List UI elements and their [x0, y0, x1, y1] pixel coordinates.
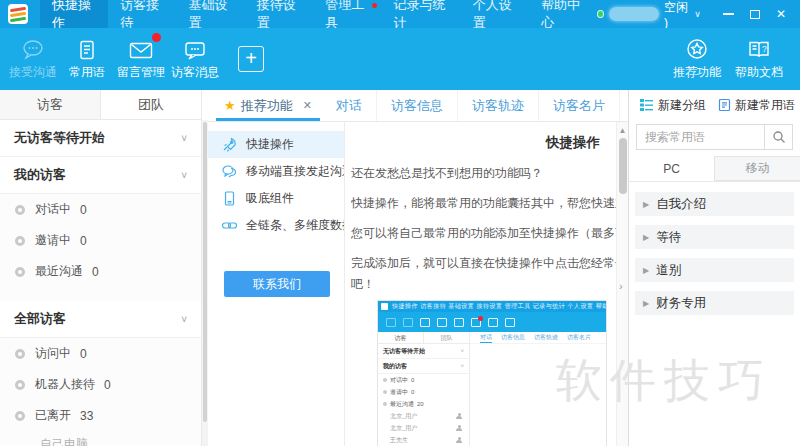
mini-person-icon — [456, 413, 462, 419]
contact-us-button[interactable]: 联系我们 — [224, 271, 330, 297]
maximize-icon[interactable] — [750, 10, 760, 19]
sidebar-item-visiting[interactable]: 访问中 0 — [0, 338, 201, 369]
menu-personal-settings[interactable]: 个人设置 — [461, 0, 529, 28]
chain-link-icon — [221, 217, 238, 234]
star-circle-icon — [685, 37, 709, 61]
status-dot-icon — [15, 349, 25, 359]
chevron-right-icon: ▶ — [643, 266, 649, 275]
document-icon — [76, 37, 98, 61]
document-tabs: ★ 推荐功能 ✕ 对话 访客信息 访客轨迹 访客名片 历史对话 — [208, 90, 628, 122]
tab-history[interactable]: 历史对话 — [619, 90, 628, 121]
rocket-icon — [221, 136, 238, 153]
count: 0 — [80, 234, 87, 248]
count: 0 — [80, 347, 87, 361]
count: 0 — [80, 203, 87, 217]
menu-quick-actions[interactable]: 快捷操作 — [40, 0, 108, 28]
new-group-button[interactable]: 新建分组 — [639, 97, 706, 114]
agent-name-redacted — [609, 7, 659, 21]
status-chevron-icon: ∨ — [694, 9, 701, 19]
sidebar-item-chatting[interactable]: 对话中 0 — [0, 194, 201, 225]
unread-badge — [152, 33, 161, 42]
add-toolbar-item-button[interactable]: + — [238, 46, 264, 72]
sidebar-item-inviting[interactable]: 邀请中 0 — [0, 225, 201, 256]
minimize-icon[interactable] — [723, 13, 734, 15]
message-manage-button[interactable]: 留言管理 — [114, 37, 168, 81]
tab-mobile[interactable]: 移动 — [714, 156, 800, 181]
scrollbar-thumb[interactable] — [203, 122, 207, 422]
agent-status[interactable]: 空闲 ) ∨ — [597, 0, 701, 30]
search-button[interactable] — [764, 125, 792, 149]
tab-visitor-trail[interactable]: 访客轨迹 — [457, 90, 538, 121]
feature-data-analysis[interactable]: 全链条、多维度数据分析 — [208, 212, 344, 239]
chevron-down-icon: ˅ — [181, 133, 187, 144]
top-menu-bar: 快捷操作 访客接待 基础设置 接待设置 管理工具 记录与统计 个人设置 帮助中心… — [0, 0, 800, 28]
new-phrase-button[interactable]: 新建常用语 — [718, 97, 795, 114]
common-phrases-button[interactable]: 常用语 — [60, 37, 114, 81]
mini-toolbar — [378, 312, 606, 332]
article-paragraph: 吧！ — [351, 272, 616, 293]
article-paragraph: 还在发愁总是找不到想用的功能吗？ — [351, 152, 616, 182]
close-icon[interactable]: ✕ — [776, 8, 786, 20]
article-paragraph: 完成添加后，就可以直接在快捷操作中点击您经常使用的功能 — [351, 242, 616, 272]
search-input[interactable] — [637, 125, 764, 149]
app-window: 快捷操作 访客接待 基础设置 接待设置 管理工具 记录与统计 个人设置 帮助中心… — [0, 0, 800, 446]
help-docs-button[interactable]: ? 帮助文档 — [732, 37, 786, 81]
chevron-right-icon[interactable]: › — [619, 280, 623, 292]
chevron-down-icon: ˅ — [181, 170, 187, 181]
menu-visitor-reception[interactable]: 访客接待 — [108, 0, 176, 28]
mini-logo — [381, 303, 388, 310]
search-icon — [772, 130, 786, 144]
group-farewell[interactable]: ▶道别 — [635, 258, 794, 282]
tab-visitor-info[interactable]: 访客信息 — [376, 90, 457, 121]
group-finance[interactable]: ▶财务专用 — [635, 291, 794, 315]
mini-menu-text: 快捷操作 访客接待 基础设置 接待设置 管理工具 记录与统计 个人设置 帮助中心 — [392, 302, 606, 311]
menu-help-center[interactable]: 帮助中心 — [529, 0, 597, 28]
status-dot-icon — [15, 267, 25, 277]
phrase-search — [636, 124, 793, 150]
group-list-icon — [639, 98, 654, 112]
recommend-features-button[interactable]: 推荐功能 — [670, 37, 724, 81]
feature-quick-actions[interactable]: 快捷操作 — [208, 131, 344, 158]
sidebar-item-recent[interactable]: 最近沟通 0 — [0, 256, 201, 287]
section-no-waiting[interactable]: 无访客等待开始 ˅ — [0, 120, 201, 157]
count: 33 — [80, 409, 93, 423]
feature-menu: 快捷操作 移动端直接发起沟通 吸底组件 全链条、多维度数据分析 联系我们 — [208, 122, 345, 446]
mini-badge — [478, 316, 483, 321]
sidebar-item-left[interactable]: 已离开 33 — [0, 400, 201, 431]
status-dot-icon — [15, 411, 25, 421]
icon-toolbar: 接受沟通 常用语 留言管理 访客消息 + — [0, 28, 800, 90]
menu-records-stats[interactable]: 记录与统计 — [381, 0, 460, 28]
tab-visitors[interactable]: 访客 — [0, 90, 100, 119]
bubbles-icon — [221, 163, 238, 180]
section-all-visitors[interactable]: 全部访客 ˅ — [0, 301, 201, 338]
star-icon: ★ — [224, 98, 236, 113]
menu-basic-settings[interactable]: 基础设置 — [177, 0, 245, 28]
menu-admin-tools[interactable]: 管理工具 — [313, 0, 381, 28]
window-controls: ✕ — [723, 8, 786, 20]
tab-pc[interactable]: PC — [629, 156, 714, 181]
accept-chat-button[interactable]: 接受沟通 — [6, 37, 60, 81]
scrollbar-thumb[interactable] — [619, 138, 627, 194]
feature-bottom-widget[interactable]: 吸底组件 — [208, 185, 344, 212]
chevron-right-icon: ▶ — [643, 233, 649, 242]
sidebar-item-bot-reception[interactable]: 机器人接待 0 — [0, 369, 201, 400]
tab-team[interactable]: 团队 — [100, 90, 201, 119]
group-waiting[interactable]: ▶等待 — [635, 225, 794, 249]
group-self-intro[interactable]: ▶自我介绍 — [635, 192, 794, 216]
mobile-widget-icon — [221, 190, 238, 207]
scroll-up-icon[interactable]: ▲ — [617, 122, 628, 135]
visitor-messages-button[interactable]: 访客消息 — [168, 37, 222, 81]
new-doc-icon — [718, 98, 731, 112]
sidebar-item-own-computer[interactable]: 自己电脑 — [0, 431, 201, 446]
close-tab-icon[interactable]: ✕ — [303, 99, 312, 112]
chevron-right-icon: ▶ — [643, 299, 649, 308]
tab-visitor-card[interactable]: 访客名片 — [538, 90, 619, 121]
tab-conversation[interactable]: 对话 — [322, 90, 376, 121]
feature-mobile-chat[interactable]: 移动端直接发起沟通 — [208, 158, 344, 185]
menu-reception-settings[interactable]: 接待设置 — [245, 0, 313, 28]
chat-dots-icon — [183, 37, 207, 61]
article-title: 快捷操作 — [345, 134, 616, 152]
tab-recommended-features[interactable]: ★ 推荐功能 ✕ — [214, 90, 322, 121]
section-my-visitors[interactable]: 我的访客 ˅ — [0, 157, 201, 194]
status-dot-icon — [15, 205, 25, 215]
